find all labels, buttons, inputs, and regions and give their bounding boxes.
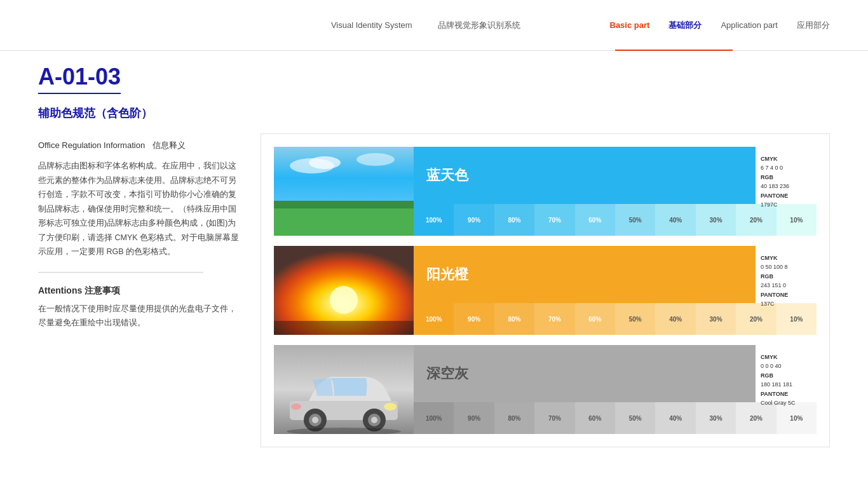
blue-swatch-area: 蓝天色 CMYK 6 7 4 0 0 RGB 40 183 236 PANTON…: [414, 147, 817, 236]
blue-shade-60: 60%: [575, 204, 615, 236]
left-divider: [38, 272, 203, 273]
blue-shade-90: 90%: [454, 204, 494, 236]
gray-shade-40: 40%: [655, 402, 695, 434]
sunset-svg: [274, 246, 414, 335]
svg-rect-0: [274, 147, 414, 204]
orange-name: 阳光橙: [426, 265, 468, 284]
orange-shade-30: 30%: [696, 303, 736, 335]
orange-shade-100: 100%: [414, 303, 454, 335]
blue-shade-40: 40%: [655, 204, 695, 236]
blue-shades: 100% 90% 80% 70% 60% 50% 40% 30% 20% 10%: [414, 204, 817, 236]
office-reg-cn: 信息释义: [153, 140, 186, 150]
orange-main-block: 阳光橙: [414, 246, 756, 303]
left-body-text: 品牌标志由图标和字体名称构成。在应用中，我们以这些元素的整体作为品牌标志来使用。…: [38, 159, 241, 259]
gray-swatch-area: 深空灰 CMYK 0 0 0 40 RGB 180 181 181 PANTON…: [414, 345, 817, 434]
blue-shade-80: 80%: [494, 204, 534, 236]
gray-color-row: 深空灰 CMYK 0 0 0 40 RGB 180 181 181 PANTON…: [274, 345, 817, 434]
gray-shade-50: 50%: [615, 402, 655, 434]
office-reg-en: Office Regulation Information: [38, 140, 145, 150]
blue-info-box: CMYK 6 7 4 0 0 RGB 40 183 236 PANTONE 17…: [756, 151, 813, 200]
orange-color-row: 阳光橙 CMYK 0 50 100 8 RGB 243 151 0 PANTON…: [274, 246, 817, 335]
gray-shade-100: 100%: [414, 402, 454, 434]
orange-image: [274, 246, 414, 335]
gray-name: 深空灰: [426, 364, 468, 383]
gray-shade-80: 80%: [494, 402, 534, 434]
svg-point-2: [309, 156, 341, 169]
orange-shade-70: 70%: [534, 303, 574, 335]
svg-rect-8: [274, 321, 414, 335]
gray-shade-70: 70%: [534, 402, 574, 434]
left-panel: Office Regulation Information 信息释义 品牌标志由…: [38, 133, 241, 447]
gray-image: [274, 345, 414, 434]
gray-shade-30: 30%: [696, 402, 736, 434]
blue-shade-100: 100%: [414, 204, 454, 236]
blue-main-block: 蓝天色: [414, 147, 756, 204]
gray-shade-60: 60%: [575, 402, 615, 434]
orange-shade-80: 80%: [494, 303, 534, 335]
gray-main-block: 深空灰: [414, 345, 756, 402]
brand-cn-label: 品牌视觉形象识别系统: [438, 20, 520, 31]
main-layout: Office Regulation Information 信息释义 品牌标志由…: [0, 127, 868, 460]
gray-top: 深空灰 CMYK 0 0 0 40 RGB 180 181 181 PANTON…: [414, 345, 817, 402]
blue-color-row: 蓝天色 CMYK 6 7 4 0 0 RGB 40 183 236 PANTON…: [274, 147, 817, 236]
svg-point-3: [356, 153, 395, 166]
sky-svg: [274, 147, 414, 236]
page-code: A-01-03: [38, 64, 121, 94]
car-svg: [274, 345, 414, 434]
basic-cn-label: 基础部分: [668, 20, 702, 31]
gray-shade-90: 90%: [454, 402, 494, 434]
blue-name: 蓝天色: [426, 166, 468, 185]
right-panel: 蓝天色 CMYK 6 7 4 0 0 RGB 40 183 236 PANTON…: [261, 133, 830, 447]
sky-background: [274, 147, 414, 236]
vis-system-label: Visual Identity System: [331, 20, 412, 30]
blue-top: 蓝天色 CMYK 6 7 4 0 0 RGB 40 183 236 PANTON…: [414, 147, 817, 204]
attentions-text: 在一般情况下使用时应尽量使用提供的光盘电子文件，尽量避免在重绘中出现错误。: [38, 302, 241, 330]
svg-point-11: [384, 403, 397, 410]
svg-rect-5: [274, 201, 414, 208]
blue-shade-50: 50%: [615, 204, 655, 236]
svg-point-15: [312, 417, 318, 423]
orange-shade-40: 40%: [655, 303, 695, 335]
page-subtitle: 辅助色规范（含色阶）: [38, 105, 830, 121]
header: Visual Identity System 品牌视觉形象识别系统 Basic …: [0, 0, 868, 51]
orange-shade-60: 60%: [575, 303, 615, 335]
blue-image: [274, 147, 414, 236]
svg-rect-4: [274, 204, 414, 236]
orange-shades: 100% 90% 80% 70% 60% 50% 40% 30% 20% 10%: [414, 303, 817, 335]
app-en-label: Application part: [721, 20, 778, 30]
header-right-nav: Basic part 基础部分 Application part 应用部分: [610, 20, 831, 31]
nav-accent-line: [615, 50, 733, 51]
svg-point-12: [291, 403, 301, 410]
orange-swatch-area: 阳光橙 CMYK 0 50 100 8 RGB 243 151 0 PANTON…: [414, 246, 817, 335]
orange-top: 阳光橙 CMYK 0 50 100 8 RGB 243 151 0 PANTON…: [414, 246, 817, 303]
header-center-nav: Visual Identity System 品牌视觉形象识别系统: [331, 20, 520, 31]
svg-point-18: [371, 417, 377, 423]
page-title-area: A-01-03 辅助色规范（含色阶）: [0, 51, 868, 127]
app-cn-label: 应用部分: [797, 20, 830, 31]
office-reg-title: Office Regulation Information 信息释义: [38, 140, 241, 151]
gray-shades: 100% 90% 80% 70% 60% 50% 40% 30% 20% 10%: [414, 402, 817, 434]
attentions-title: Attentions 注意事项: [38, 285, 241, 297]
gray-info-box: CMYK 0 0 0 40 RGB 180 181 181 PANTONE Co…: [756, 349, 813, 398]
orange-shade-90: 90%: [454, 303, 494, 335]
blue-shade-70: 70%: [534, 204, 574, 236]
orange-shade-50: 50%: [615, 303, 655, 335]
svg-point-7: [330, 286, 358, 314]
basic-en-label: Basic part: [610, 20, 650, 30]
blue-shade-30: 30%: [696, 204, 736, 236]
orange-info-box: CMYK 0 50 100 8 RGB 243 151 0 PANTONE 13…: [756, 250, 813, 299]
